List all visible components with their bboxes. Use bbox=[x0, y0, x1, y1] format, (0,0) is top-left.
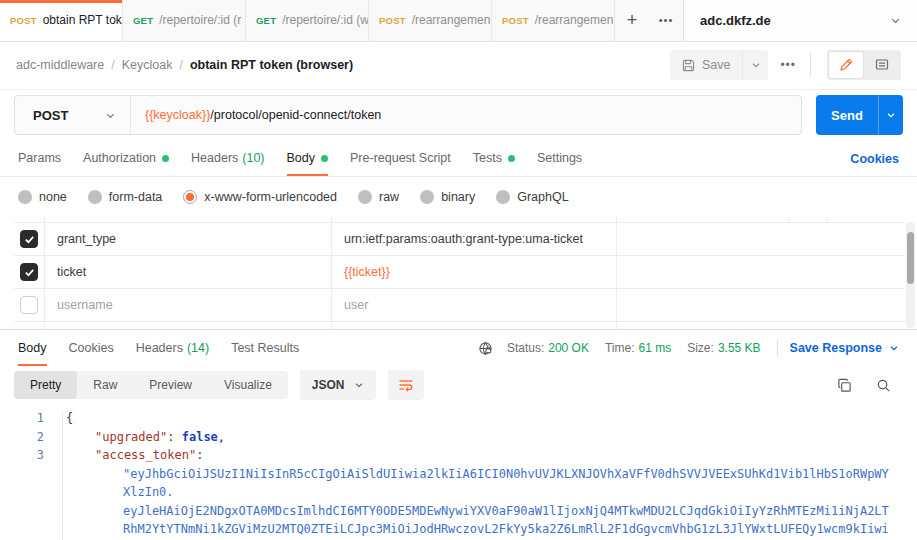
tab-tests[interactable]: Tests bbox=[473, 141, 515, 176]
copy-icon[interactable] bbox=[837, 378, 852, 393]
code-line: 2 "upgraded": false, bbox=[0, 428, 917, 447]
tab-rearrangement-2[interactable]: POST /rearrangemen bbox=[492, 0, 615, 41]
tab-label: Headers bbox=[191, 151, 238, 165]
tab-rearrangement-1[interactable]: POST /rearrangemen bbox=[369, 0, 492, 41]
checkbox-checked[interactable] bbox=[20, 263, 38, 281]
checkbox-checked[interactable] bbox=[20, 230, 38, 248]
param-description[interactable] bbox=[617, 256, 905, 288]
mode-label: none bbox=[39, 190, 67, 204]
cookies-link[interactable]: Cookies bbox=[850, 141, 899, 176]
response-tab-cookies[interactable]: Cookies bbox=[69, 330, 114, 366]
tab-title: /repertoire/:id (r bbox=[159, 13, 241, 27]
response-tab-test-results[interactable]: Test Results bbox=[231, 330, 299, 366]
mode-none[interactable]: none bbox=[18, 190, 67, 204]
documentation-pencil-button[interactable] bbox=[828, 51, 864, 79]
tab-obtain-rpt-token[interactable]: POST obtain RPT toke bbox=[0, 0, 123, 41]
tab-title: /rearrangemen bbox=[412, 13, 491, 27]
language-value: JSON bbox=[312, 378, 345, 392]
size-value: 3.55 KB bbox=[718, 341, 761, 355]
response-tab-body[interactable]: Body bbox=[18, 330, 47, 366]
new-tab-button[interactable]: + bbox=[615, 0, 649, 41]
param-key[interactable]: grant_type bbox=[45, 223, 332, 255]
language-selector[interactable]: JSON bbox=[300, 370, 376, 400]
tab-headers[interactable]: Headers (10) bbox=[191, 141, 264, 176]
json-key: "upgraded" bbox=[95, 430, 167, 444]
gutter-divider bbox=[62, 412, 63, 540]
line-number bbox=[0, 483, 44, 502]
time-value: 61 ms bbox=[639, 341, 672, 355]
param-row-grant-type[interactable]: grant_type urn:ietf:params:oauth:grant-t… bbox=[14, 223, 905, 256]
param-value[interactable]: user bbox=[332, 289, 617, 321]
response-meta-bar: Body Cookies Headers (14) Test Results bbox=[0, 330, 917, 366]
radio-icon[interactable] bbox=[18, 190, 32, 204]
tab-repertoire-id-2[interactable]: GET /repertoire/:id (w bbox=[246, 0, 369, 41]
save-options-button[interactable] bbox=[742, 50, 768, 80]
mode-raw[interactable]: raw bbox=[358, 190, 399, 204]
send-button[interactable]: Send bbox=[816, 95, 878, 135]
scrollbar-thumb[interactable] bbox=[907, 232, 914, 284]
param-key[interactable]: username bbox=[45, 289, 332, 321]
param-value-variable[interactable]: {{ticket}} bbox=[332, 256, 617, 288]
tab-settings[interactable]: Settings bbox=[537, 141, 582, 176]
mode-graphql[interactable]: GraphQL bbox=[496, 190, 568, 204]
response-tab-headers[interactable]: Headers (14) bbox=[136, 330, 209, 366]
url-builder: POST {{keycloak}}/protocol/openid-connec… bbox=[0, 90, 917, 142]
param-value[interactable]: urn:ietf:params:oauth:grant-type:uma-tic… bbox=[332, 223, 617, 255]
save-button[interactable]: Save bbox=[670, 58, 743, 72]
green-dot-indicator bbox=[321, 155, 328, 162]
save-icon bbox=[682, 59, 695, 72]
view-raw[interactable]: Raw bbox=[77, 371, 133, 399]
request-more-actions-icon[interactable]: ••• bbox=[780, 58, 796, 72]
environment-selector[interactable]: adc.dkfz.de bbox=[683, 0, 917, 41]
json-boolean: false bbox=[182, 430, 218, 444]
save-response-button[interactable]: Save Response bbox=[790, 341, 899, 355]
checkbox-unchecked[interactable] bbox=[20, 296, 38, 314]
param-description[interactable] bbox=[617, 289, 905, 321]
param-key[interactable]: ticket bbox=[45, 256, 332, 288]
json-brace: { bbox=[66, 409, 73, 428]
radio-icon[interactable] bbox=[358, 190, 372, 204]
view-pretty[interactable]: Pretty bbox=[14, 371, 77, 399]
radio-icon[interactable] bbox=[496, 190, 510, 204]
tab-title: /rearrangemen bbox=[535, 13, 614, 27]
request-header: adc-middleware / Keycloak / obtain RPT t… bbox=[0, 42, 917, 90]
radio-icon[interactable] bbox=[420, 190, 434, 204]
code-line-wrapped: "eyJhbGciOiJSUzI1NiIsInR5cCIgOiAiSldUIiw… bbox=[0, 465, 917, 484]
param-row-ticket[interactable]: ticket {{ticket}} bbox=[14, 256, 905, 289]
breadcrumb-collection[interactable]: adc-middleware bbox=[16, 58, 104, 72]
response-body-json[interactable]: 1 { 2 "upgraded": false, 3 "access_token… bbox=[0, 404, 917, 540]
network-globe-icon[interactable] bbox=[478, 341, 493, 356]
tab-authorization[interactable]: Authorization bbox=[83, 141, 169, 176]
tab-pre-request-script[interactable]: Pre-request Script bbox=[350, 141, 451, 176]
comments-button[interactable] bbox=[864, 51, 900, 79]
send-options-button[interactable] bbox=[878, 95, 903, 135]
tab-params[interactable]: Params bbox=[18, 141, 61, 176]
wrap-lines-button[interactable] bbox=[388, 370, 424, 400]
url-input[interactable]: {{keycloak}}/protocol/openid-connect/tok… bbox=[131, 108, 381, 122]
mode-binary[interactable]: binary bbox=[420, 190, 475, 204]
breadcrumb-folder[interactable]: Keycloak bbox=[122, 58, 173, 72]
tab-label: Authorization bbox=[83, 151, 156, 165]
radio-selected-icon[interactable] bbox=[183, 190, 197, 204]
tab-options-icon[interactable]: ••• bbox=[649, 0, 683, 41]
view-mode-segmented-control: Pretty Raw Preview Visualize bbox=[14, 371, 288, 399]
green-dot-indicator bbox=[162, 155, 169, 162]
mode-x-www-form-urlencoded[interactable]: x-www-form-urlencoded bbox=[183, 190, 337, 204]
save-button-label: Save bbox=[702, 58, 731, 72]
radio-icon[interactable] bbox=[88, 190, 102, 204]
url-variable: {{keycloak}} bbox=[145, 108, 210, 122]
tab-label: Cookies bbox=[69, 341, 114, 355]
vertical-scrollbar[interactable] bbox=[906, 222, 915, 328]
request-tabs: Params Authorization Headers (10) Body P… bbox=[0, 141, 917, 177]
method-selector[interactable]: POST bbox=[15, 96, 131, 134]
tab-repertoire-id-1[interactable]: GET /repertoire/:id (r bbox=[123, 0, 246, 41]
param-row-username[interactable]: username user bbox=[14, 289, 905, 322]
search-icon[interactable] bbox=[876, 378, 891, 393]
right-sidebar-toggle-group bbox=[827, 50, 901, 80]
view-visualize[interactable]: Visualize bbox=[208, 371, 288, 399]
tab-body[interactable]: Body bbox=[287, 141, 329, 176]
request-tab-strip: POST obtain RPT toke GET /repertoire/:id… bbox=[0, 0, 917, 42]
param-description[interactable] bbox=[617, 223, 905, 255]
mode-form-data[interactable]: form-data bbox=[88, 190, 163, 204]
view-preview[interactable]: Preview bbox=[133, 371, 208, 399]
